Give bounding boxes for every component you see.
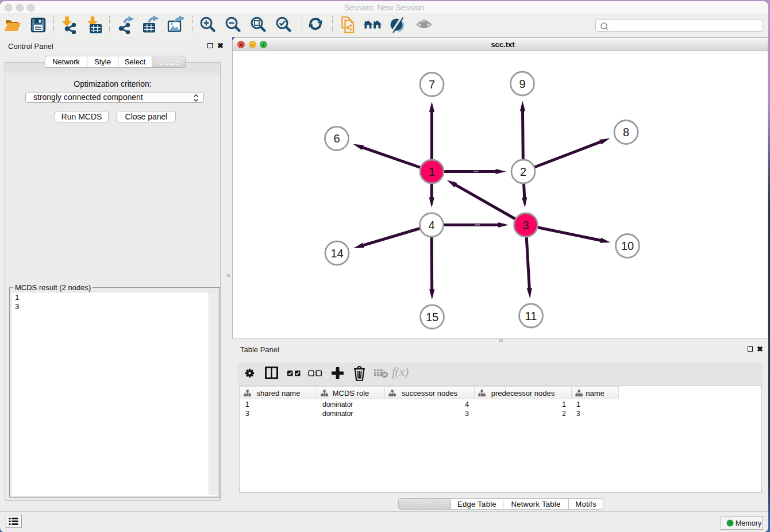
svg-text:9: 9 (519, 78, 525, 90)
svg-text:2: 2 (520, 165, 526, 178)
svg-text:14: 14 (330, 247, 343, 260)
svg-text:6: 6 (333, 132, 340, 145)
svg-text:10: 10 (621, 240, 634, 252)
svg-text:3: 3 (522, 219, 529, 232)
svg-text:11: 11 (525, 310, 537, 322)
svg-text:15: 15 (426, 311, 438, 323)
svg-text:8: 8 (623, 126, 629, 138)
svg-text:4: 4 (428, 219, 434, 232)
svg-text:7: 7 (429, 78, 435, 91)
svg-text:1: 1 (429, 165, 435, 178)
